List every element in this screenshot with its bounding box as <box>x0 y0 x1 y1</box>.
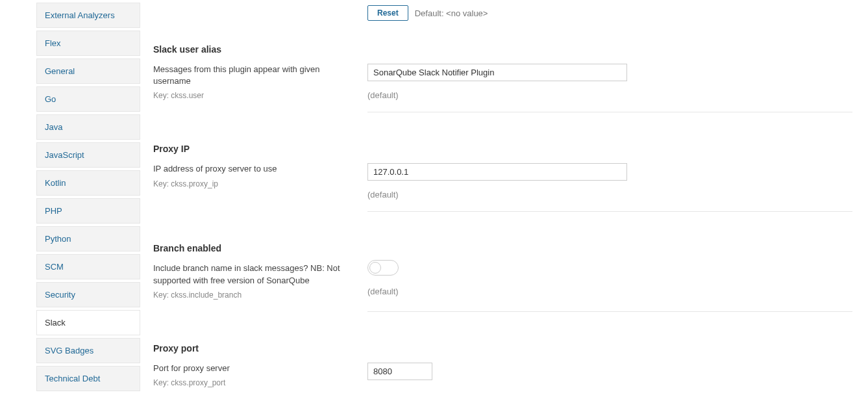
sidebar-item-flex[interactable]: Flex <box>36 31 140 56</box>
default-label: Default: <no value> <box>415 8 488 18</box>
reset-button[interactable]: Reset <box>367 5 408 21</box>
sidebar-item-technical-debt[interactable]: Technical Debt <box>36 366 140 391</box>
sidebar-item-svg-badges[interactable]: SVG Badges <box>36 338 140 363</box>
sidebar-item-javascript[interactable]: JavaScript <box>36 142 140 168</box>
default-note: (default) <box>367 90 852 100</box>
sidebar-item-java[interactable]: Java <box>36 114 140 140</box>
sidebar-item-go[interactable]: Go <box>36 86 140 112</box>
proxy-port-input[interactable] <box>367 363 432 380</box>
slack-user-alias-input[interactable] <box>367 64 627 81</box>
sidebar-item-general[interactable]: General <box>36 58 140 84</box>
setting-branch-enabled: Branch enabled Include branch name in sl… <box>153 243 852 299</box>
setting-title: Slack user alias <box>153 44 354 55</box>
setting-key: Key: ckss.user <box>153 91 354 100</box>
setting-key: Key: ckss.proxy_ip <box>153 179 354 188</box>
sidebar-item-slack[interactable]: Slack <box>36 310 140 335</box>
sidebar-item-kotlin[interactable]: Kotlin <box>36 170 140 196</box>
sidebar-item-external-analyzers[interactable]: External Analyzers <box>36 3 140 28</box>
toggle-knob <box>369 262 381 274</box>
sidebar-item-python[interactable]: Python <box>36 226 140 251</box>
setting-title: Proxy IP <box>153 144 354 154</box>
branch-enabled-toggle[interactable] <box>367 260 399 276</box>
sidebar-item-php[interactable]: PHP <box>36 198 140 224</box>
proxy-ip-input[interactable] <box>367 163 627 181</box>
divider <box>367 311 852 312</box>
setting-desc: IP address of proxy server to use <box>153 163 354 175</box>
setting-title: Branch enabled <box>153 243 354 253</box>
setting-key: Key: ckss.proxy_port <box>153 378 354 387</box>
reset-row: Reset Default: <no value> <box>367 5 852 21</box>
setting-key: Key: ckss.include_branch <box>153 290 354 300</box>
settings-sidebar: External Analyzers Flex General Go Java … <box>0 0 140 399</box>
sidebar-item-scm[interactable]: SCM <box>36 254 140 279</box>
setting-title: Proxy port <box>153 343 354 354</box>
setting-proxy-port: Proxy port Port for proxy server Key: ck… <box>153 343 852 387</box>
setting-slack-user-alias: Slack user alias Messages from this plug… <box>153 44 852 100</box>
settings-main: Reset Default: <no value> Slack user ali… <box>140 0 868 399</box>
divider <box>367 112 852 112</box>
setting-desc: Port for proxy server <box>153 363 354 374</box>
divider <box>367 211 852 212</box>
default-note: (default) <box>367 287 852 296</box>
sidebar-item-security[interactable]: Security <box>36 282 140 307</box>
setting-desc: Messages from this plugin appear with gi… <box>153 64 354 87</box>
setting-proxy-ip: Proxy IP IP address of proxy server to u… <box>153 144 852 200</box>
setting-desc: Include branch name in slack messages? N… <box>153 263 354 286</box>
default-note: (default) <box>367 190 852 200</box>
